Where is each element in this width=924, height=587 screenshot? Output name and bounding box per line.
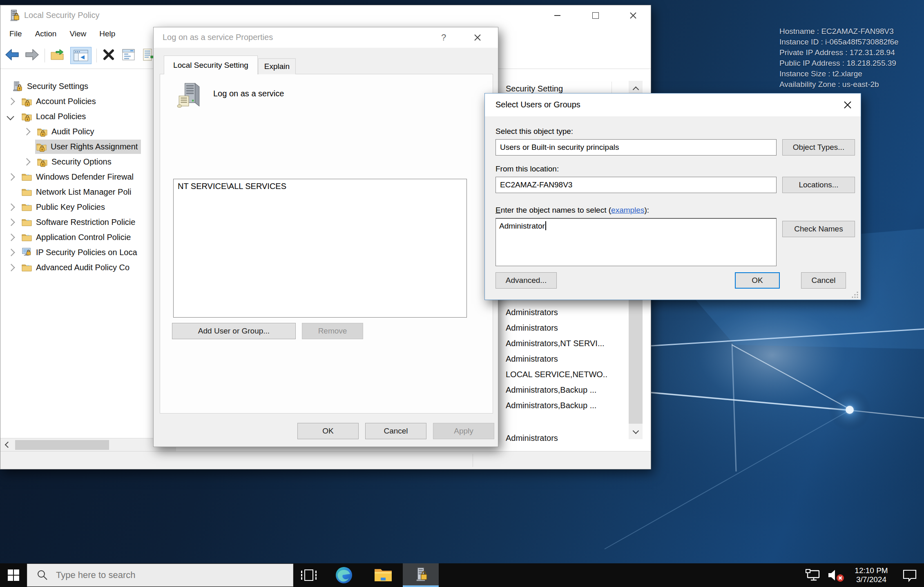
select-users-titlebar[interactable]: Select Users or Groups [485,93,861,116]
security-policy-icon [413,567,428,582]
network-tray-icon[interactable] [802,563,824,587]
folder-icon [21,232,32,243]
tree-item-local-policies[interactable]: Local Policies [0,109,176,124]
chevron-right-icon[interactable] [23,128,30,135]
help-button[interactable]: ? [431,27,456,48]
list-row[interactable]: Administrators [506,305,608,319]
list-row[interactable]: Administrators [506,431,608,445]
chevron-right-icon[interactable] [7,98,15,105]
list-row[interactable]: LOCAL SERVICE,NETWO... [506,367,608,381]
tab-explain[interactable]: Explain [258,58,296,74]
minimize-icon [554,15,560,16]
search-input[interactable] [55,569,277,581]
chevron-right-icon[interactable] [7,249,15,256]
tree-item-public-key-policies[interactable]: Public Key Policies [0,200,176,215]
folder-lock-icon [21,111,32,122]
hscroll-thumb[interactable] [15,440,109,450]
menu-help[interactable]: Help [93,27,122,41]
properties-cancel-button[interactable]: Cancel [365,423,426,439]
properties-close-button[interactable] [464,27,491,48]
search-box[interactable] [27,564,293,587]
select-ok-button[interactable]: OK [735,272,780,289]
tab-local-security-setting[interactable]: Local Security Setting [164,56,258,74]
list-row[interactable]: Administrators [506,352,608,366]
delete-button[interactable] [102,48,116,63]
menu-file[interactable]: File [3,27,29,41]
start-button[interactable] [0,563,27,587]
object-type-label: Select this object type: [495,127,573,136]
list-row[interactable]: Administrators,Backup ... [506,398,608,412]
maximize-button[interactable] [582,5,609,26]
tree-hscrollbar[interactable] [0,438,176,451]
object-names-label: Enter the object names to select (exampl… [495,206,649,215]
tree-item-windows-defender-firewall[interactable]: Windows Defender Firewal [0,169,176,185]
status-divider [473,454,473,467]
main-titlebar[interactable]: Local Security Policy [0,5,651,26]
check-names-button[interactable]: Check Names [782,221,855,237]
minimize-button[interactable] [544,5,571,26]
console-tree-toggle[interactable] [70,47,92,64]
advanced-button[interactable]: Advanced... [495,272,557,289]
list-row[interactable]: Administrators [506,321,608,335]
add-user-or-group-button[interactable]: Add User or Group... [172,323,296,339]
tree-item-account-policies[interactable]: Account Policies [0,94,176,109]
properties-ok-button[interactable]: OK [297,423,359,439]
volume-tray-icon[interactable] [824,563,847,587]
tree-item-audit-policy[interactable]: Audit Policy [0,124,176,139]
apply-button[interactable]: Apply [433,423,494,439]
action-center-button[interactable] [895,563,924,587]
ipsec-icon [21,247,32,258]
chevron-right-icon[interactable] [7,233,15,241]
back-button[interactable] [4,48,20,63]
clock[interactable]: 12:10 PM 3/7/2024 [847,566,895,584]
scroll-down-button[interactable] [629,424,643,439]
properties-titlebar[interactable]: Log on as a service Properties ? [154,27,498,48]
list-row[interactable]: Administrators,NT SERVI... [506,336,608,350]
export-folder-button[interactable] [50,48,66,63]
member-item[interactable]: NT SERVICE\ALL SERVICES [178,182,466,191]
chevron-right-icon[interactable] [7,173,15,180]
resize-grip[interactable] [852,291,859,298]
select-users-dialog: Select Users or Groups Select this objec… [484,93,861,300]
selected-highlight: User Rights Assignment [35,140,141,154]
forward-button[interactable] [24,48,40,63]
security-policy-taskbar-button[interactable] [403,563,439,587]
tree-item-security-options[interactable]: Security Options [0,154,176,169]
tree-item-security-settings[interactable]: Security Settings [0,79,176,94]
scroll-left-button[interactable] [0,438,13,451]
text-cursor [545,221,546,230]
tree-item-software-restriction[interactable]: Software Restriction Policie [0,215,176,230]
chevron-right-icon[interactable] [7,203,15,211]
tree-item-network-list-manager[interactable]: Network List Manager Poli [0,185,176,200]
help-icon: ? [441,32,446,43]
desktop: Hostname : EC2AMAZ-FAN98V3 Instance ID :… [0,0,924,587]
folder-lock-icon [37,156,48,167]
chevron-right-icon[interactable] [23,158,30,165]
chevron-right-icon[interactable] [7,264,15,271]
file-explorer-button[interactable] [364,563,403,587]
task-view-button[interactable] [293,563,324,587]
properties-button[interactable] [121,48,136,63]
members-listbox[interactable]: NT SERVICE\ALL SERVICES [173,179,467,318]
chevron-down-icon[interactable] [7,113,14,120]
object-types-button[interactable]: Object Types... [782,139,855,156]
menu-view[interactable]: View [63,27,93,41]
folder-icon [21,187,32,198]
menu-action[interactable]: Action [29,27,63,41]
list-row[interactable]: Administrators,Backup ... [506,383,608,397]
edge-button[interactable] [324,563,364,587]
folder-lock-icon [37,126,48,137]
locations-button[interactable]: Locations... [782,177,855,193]
tree-item-user-rights-assignment[interactable]: User Rights Assignment [0,139,176,154]
close-button[interactable] [620,5,647,26]
tree-item-advanced-audit-policy[interactable]: Advanced Audit Policy Co [0,260,176,275]
remove-button[interactable]: Remove [302,323,363,339]
tree-item-application-control[interactable]: Application Control Policie [0,230,176,245]
chevron-right-icon[interactable] [7,218,15,226]
tree-item-ip-security-policies[interactable]: IP Security Policies on Loca [0,245,176,260]
select-users-close-button[interactable] [835,93,861,116]
select-cancel-button[interactable]: Cancel [801,272,846,289]
object-names-input[interactable]: Administrator [495,218,777,266]
examples-link[interactable]: examples [611,206,644,214]
folder-icon [21,217,32,228]
